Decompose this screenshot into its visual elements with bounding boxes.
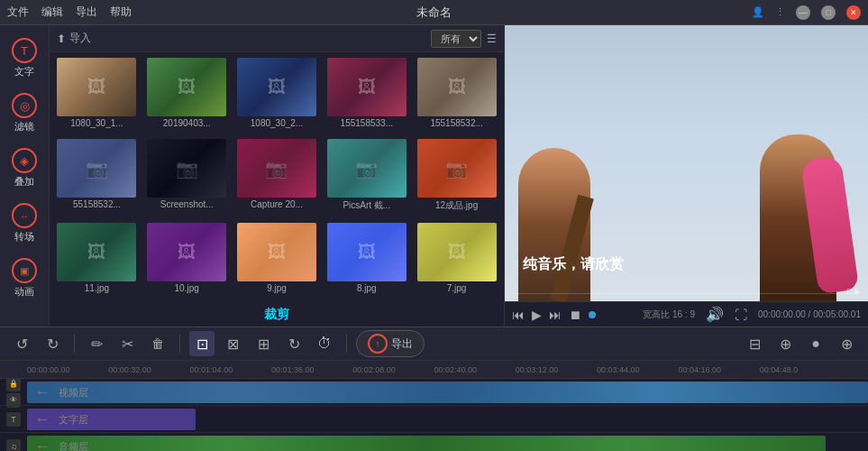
menu-file[interactable]: 文件 bbox=[7, 5, 29, 20]
preview-info: 宽高比 16 : 9 🔊 ⛶ 00:00:00.00 / 00:05:00.01 bbox=[643, 306, 861, 323]
sidebar-label-transition: 转场 bbox=[14, 230, 34, 244]
window-title: 未命名 bbox=[416, 5, 452, 21]
ruler-mark-9: 00:04:48.0 bbox=[760, 365, 841, 374]
rotate-button[interactable]: ↻ bbox=[281, 331, 306, 356]
expand-timeline[interactable]: ⊕ bbox=[834, 331, 859, 356]
redo-button[interactable]: ↻ bbox=[40, 331, 65, 356]
split-button[interactable]: ⊠ bbox=[220, 331, 245, 356]
more-icon[interactable]: ⋮ bbox=[775, 6, 785, 18]
video-track-controls: 🔒 👁 bbox=[0, 379, 27, 408]
zoom-in-timeline[interactable]: ⊕ bbox=[772, 331, 798, 356]
sidebar-item-overlay[interactable]: ◈ 叠加 bbox=[2, 143, 47, 194]
text-track-content[interactable]: ← 文字层 bbox=[27, 406, 868, 432]
media-item-6[interactable]: 📷 Screenshot... bbox=[143, 137, 231, 218]
video-track-content[interactable]: ← 视频层 bbox=[27, 379, 868, 405]
scissors-button[interactable]: ✂ bbox=[114, 331, 140, 356]
media-item-name-14: 7.jpg bbox=[447, 283, 467, 293]
aspect-ratio: 宽高比 16 : 9 bbox=[643, 308, 695, 321]
video-divider bbox=[514, 293, 859, 294]
pen-button[interactable]: ✏ bbox=[84, 331, 109, 356]
volume-icon[interactable]: 🔊 bbox=[706, 306, 724, 323]
media-thumb-10: 🖼 bbox=[57, 223, 136, 281]
media-item-2[interactable]: 🖼 1080_30_2... bbox=[233, 56, 321, 134]
play-button[interactable]: ▶ bbox=[532, 308, 542, 322]
sidebar-label-overlay: 叠加 bbox=[14, 175, 34, 189]
text-track-row: T ← 文字层 bbox=[0, 406, 868, 433]
separator-2 bbox=[179, 335, 180, 353]
fit-timeline[interactable]: ● bbox=[803, 331, 828, 356]
zoom-out-timeline[interactable]: ⊟ bbox=[742, 331, 767, 356]
minimize-button[interactable]: — bbox=[796, 5, 810, 20]
menu-edit[interactable]: 编辑 bbox=[41, 5, 63, 20]
import-button[interactable]: ⬆ 导入 bbox=[57, 31, 91, 46]
media-item-1[interactable]: 🖼 20190403... bbox=[143, 56, 231, 134]
sidebar-item-animation[interactable]: ▣ 动画 bbox=[2, 253, 47, 304]
animation-icon: ▣ bbox=[12, 258, 37, 283]
text-track-toggle[interactable]: T bbox=[6, 412, 21, 427]
skip-back-button[interactable]: ⏮ bbox=[512, 308, 525, 322]
audio-track-label: 音频层 bbox=[59, 439, 88, 451]
crop-label: 裁剪 bbox=[50, 303, 504, 327]
media-thumb-11: 🖼 bbox=[147, 223, 226, 281]
menu-export[interactable]: 导出 bbox=[76, 5, 97, 20]
media-item-11[interactable]: 🖼 10.jpg bbox=[143, 221, 231, 299]
close-button[interactable]: ✕ bbox=[846, 5, 861, 20]
media-thumb-0: 🖼 bbox=[57, 58, 136, 116]
media-grid: 🖼 1080_30_1... 🖼 20190403... 🖼 1080_30_2… bbox=[50, 52, 504, 303]
import-icon: ⬆ bbox=[57, 32, 66, 45]
media-item-3[interactable]: 🖼 155158533... bbox=[323, 56, 410, 134]
media-item-0[interactable]: 🖼 1080_30_1... bbox=[53, 56, 141, 134]
sidebar-item-transition[interactable]: ↔ 转场 bbox=[2, 198, 47, 249]
media-item-4[interactable]: 🖼 155158532... bbox=[413, 56, 500, 134]
media-item-5[interactable]: 📷 55158532... bbox=[53, 137, 141, 218]
video-track-lock[interactable]: 🔒 bbox=[6, 379, 21, 391]
ruler-mark-2: 00:01:04.00 bbox=[190, 365, 271, 374]
thumb-placeholder-14: 🖼 bbox=[417, 223, 497, 281]
list-view-icon[interactable]: ☰ bbox=[487, 32, 497, 45]
stop-button[interactable]: ⏹ bbox=[569, 308, 581, 322]
ruler-mark-1: 00:00:32.00 bbox=[108, 365, 189, 374]
media-item-name-6: Screenshot... bbox=[160, 199, 214, 209]
user-icon[interactable]: 👤 bbox=[752, 6, 764, 18]
media-item-name-7: Capture 20... bbox=[251, 199, 303, 209]
speed-button[interactable]: ⏱ bbox=[312, 331, 337, 356]
menu-bar: 文件 编辑 导出 帮助 bbox=[7, 5, 132, 20]
media-item-8[interactable]: 📷 PicsArt 截... bbox=[323, 137, 410, 218]
undo-button[interactable]: ↺ bbox=[9, 331, 34, 356]
separator-1 bbox=[74, 335, 75, 353]
thumb-placeholder-0: 🖼 bbox=[57, 58, 136, 116]
sidebar-item-text[interactable]: T 文字 bbox=[2, 32, 47, 84]
thumb-placeholder-2: 🖼 bbox=[237, 58, 316, 116]
media-item-12[interactable]: 🖼 9.jpg bbox=[233, 221, 321, 299]
text-track-controls: T bbox=[0, 412, 27, 427]
audio-track-content[interactable]: ← 音频层 bbox=[27, 433, 868, 451]
timeline-indicator bbox=[589, 311, 596, 318]
timeline-ruler: 00:00:00.0000:00:32.0000:01:04.0000:01:3… bbox=[0, 361, 868, 379]
audio-track-toggle[interactable]: ♫ bbox=[6, 439, 21, 452]
text-icon: T bbox=[12, 38, 37, 63]
sidebar-item-filter[interactable]: ◎ 滤镜 bbox=[2, 87, 47, 139]
left-sidebar: T 文字 ◎ 滤镜 ◈ 叠加 ↔ 转场 ▣ 动画 bbox=[0, 25, 50, 327]
media-item-13[interactable]: 🖼 8.jpg bbox=[323, 221, 410, 299]
thumb-placeholder-8: 📷 bbox=[327, 139, 407, 198]
skip-forward-button[interactable]: ⏭ bbox=[549, 308, 562, 322]
ruler-mark-6: 00:03:12.00 bbox=[516, 365, 597, 374]
export-icon: ↑ bbox=[368, 334, 388, 354]
media-item-10[interactable]: 🖼 11.jpg bbox=[53, 221, 141, 299]
timecode-display: 00:00:00.00 / 00:05:00.01 bbox=[758, 309, 861, 319]
crop-button[interactable]: ⊡ bbox=[189, 331, 215, 356]
media-item-9[interactable]: 📷 12成品.jpg bbox=[413, 137, 500, 218]
grid-button[interactable]: ⊞ bbox=[251, 331, 276, 356]
audio-track-bar bbox=[27, 436, 826, 451]
fullscreen-icon[interactable]: ⛶ bbox=[735, 308, 747, 322]
filter-select[interactable]: 所有 bbox=[431, 30, 481, 48]
thumb-placeholder-7: 📷 bbox=[237, 139, 316, 198]
maximize-button[interactable]: □ bbox=[821, 5, 836, 20]
media-thumb-9: 📷 bbox=[417, 139, 497, 198]
delete-button[interactable]: 🗑 bbox=[145, 331, 170, 356]
export-button[interactable]: ↑ 导出 bbox=[356, 330, 425, 357]
media-item-14[interactable]: 🖼 7.jpg bbox=[413, 221, 500, 299]
media-item-name-12: 9.jpg bbox=[267, 283, 287, 293]
menu-help[interactable]: 帮助 bbox=[110, 5, 132, 20]
media-item-7[interactable]: 📷 Capture 20... bbox=[233, 137, 321, 218]
